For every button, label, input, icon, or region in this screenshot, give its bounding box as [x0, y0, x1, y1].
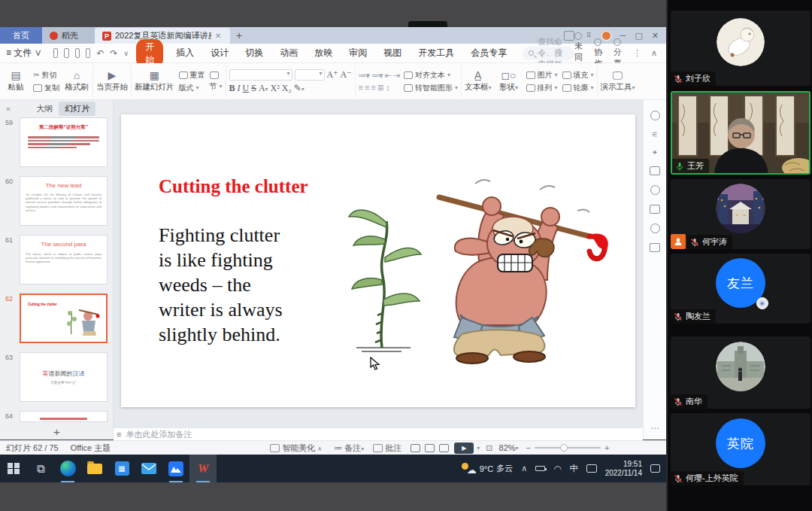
tab-docer[interactable]: 稻壳	[42, 27, 95, 44]
meeting-app-button[interactable]	[162, 455, 189, 482]
smartart-button[interactable]: 转智能图形▾	[404, 83, 458, 93]
store-button[interactable]: ▦	[108, 455, 135, 482]
file-explorer-button[interactable]	[81, 455, 108, 482]
zoom-level[interactable]: 82%	[499, 443, 516, 452]
beautify-side-icon[interactable]	[650, 111, 660, 120]
reading-view-icon[interactable]	[439, 444, 449, 452]
print-preview-icon[interactable]	[86, 48, 90, 58]
participant-tile-heyutao[interactable]: 何宇涛	[671, 179, 810, 249]
zoom-slider-knob[interactable]	[560, 444, 568, 452]
picture-button[interactable]: 图片▾	[526, 70, 558, 81]
theme-name[interactable]: Office 主题	[71, 443, 111, 454]
participant-tile-liuzixin[interactable]: 刘子欣	[671, 11, 810, 86]
fit-slide-icon[interactable]: ⊡	[486, 443, 492, 453]
clock[interactable]: 19:51 2022/11/14	[605, 460, 642, 478]
reset-button[interactable]: 重置	[179, 70, 205, 81]
textbox-button[interactable]: A̲ 文本框▾	[465, 70, 492, 93]
slide-64-thumbnail[interactable]	[20, 411, 108, 422]
more-menu-icon[interactable]: ⋮	[633, 48, 641, 58]
font-color-button[interactable]: A▾	[259, 83, 268, 94]
bullets-button[interactable]: ≔▾	[359, 71, 370, 81]
help-side-icon[interactable]	[650, 185, 660, 195]
task-view-button[interactable]: ⧉	[27, 455, 54, 482]
align-text-button[interactable]: 对齐文本▾	[404, 70, 458, 81]
fill-button[interactable]: 填充▾	[562, 70, 594, 81]
slide-body-text[interactable]: Fighting clutter is like fighting weeds …	[159, 223, 283, 347]
slide-title-text[interactable]: Cutting the clutter	[159, 176, 308, 197]
slide-59-thumbnail[interactable]: 第二段解释“证照分离”	[20, 117, 108, 167]
properties-side-icon[interactable]: ⚟	[652, 130, 659, 138]
zoom-slider[interactable]	[535, 447, 601, 449]
normal-view-icon[interactable]	[411, 444, 420, 452]
more-quick-icon[interactable]: ∨	[124, 50, 129, 57]
format-painter-button[interactable]: ⌂ 格式刷	[64, 70, 89, 93]
italic-button[interactable]: I	[238, 83, 241, 94]
arrange-button[interactable]: 排列▾	[526, 83, 558, 93]
indent-inc-button[interactable]: ⇥	[393, 71, 399, 81]
close-tab-icon[interactable]: ✕	[215, 32, 221, 40]
participant-tile-taoyoulan[interactable]: 友兰 ✳ 陶友兰	[671, 254, 810, 324]
notes-toggle-button[interactable]: ≔ 备注▾	[334, 443, 364, 454]
outline-button[interactable]: 轮廓▾	[562, 83, 594, 93]
window-side-icon[interactable]	[650, 166, 660, 175]
tab-slides[interactable]: 幻灯片	[59, 102, 95, 116]
justify-icon[interactable]: ≣	[377, 83, 383, 93]
tab-document[interactable]: P 2022复旦英语新闻编译讲座.pptx ✕	[95, 28, 230, 44]
slide-63-thumbnail[interactable]: 英语新闻的汉译 尽量使用“纯中文”	[20, 352, 108, 402]
paste-button[interactable]: ▤ 粘贴	[3, 70, 29, 93]
menu-view[interactable]: 视图	[375, 47, 410, 59]
current-slide[interactable]: Cutting the clutter Fighting clutter is …	[121, 114, 635, 407]
menu-slideshow[interactable]: 放映	[306, 47, 341, 59]
card-side-icon[interactable]	[650, 205, 660, 214]
collapse-panel-button[interactable]: «	[0, 104, 17, 113]
menu-member[interactable]: 会员专享	[462, 47, 515, 59]
align-left-icon[interactable]: ≡	[359, 83, 362, 92]
font-larger-button[interactable]: A⁺	[327, 69, 338, 81]
indent-dec-button[interactable]: ⇤	[385, 71, 391, 81]
participant-tile-nanhua[interactable]: 南华	[671, 336, 810, 409]
start-button[interactable]	[0, 455, 27, 482]
edge-taskbar-button[interactable]	[54, 455, 81, 482]
undo-icon[interactable]: ↶	[96, 48, 104, 59]
cut-button[interactable]: ✂剪切	[33, 70, 59, 81]
print-icon[interactable]	[75, 48, 80, 58]
sorter-view-icon[interactable]	[425, 444, 435, 452]
zoom-in-button[interactable]: +	[604, 443, 609, 452]
superscript-button[interactable]: X²	[271, 83, 280, 94]
reading-side-icon[interactable]	[650, 243, 660, 252]
battery-icon[interactable]	[535, 466, 545, 471]
menu-devtools[interactable]: 开发工具	[410, 47, 462, 59]
menu-transition[interactable]: 切换	[237, 47, 271, 59]
zoom-out-button[interactable]: −	[526, 443, 531, 452]
weather-widget[interactable]: ☁ 9°C 多云	[462, 463, 513, 475]
add-slide-button[interactable]: +	[0, 425, 114, 438]
slide-62-thumbnail[interactable]: Cutting the clutter	[20, 294, 108, 343]
collapse-ribbon-icon[interactable]: ∧	[651, 48, 657, 58]
layout-button[interactable]: 版式▾	[179, 83, 205, 93]
participant-tile-wangfang[interactable]: 王芳	[671, 91, 810, 175]
redo-icon[interactable]: ↷	[111, 48, 118, 59]
section-button[interactable]: 节▾	[210, 81, 223, 92]
slide-61-thumbnail[interactable]: The second para The notice, which is sub…	[20, 235, 108, 284]
network-icon[interactable]: ◠	[553, 464, 561, 474]
tab-outline[interactable]: 大纲	[30, 102, 59, 116]
slide-60-thumbnail[interactable]: The new lead On October 10, the Ministry…	[20, 176, 108, 226]
strikethrough-button[interactable]: S	[251, 83, 256, 94]
new-slide-button[interactable]: ▦ 新建幻灯片	[135, 70, 174, 93]
font-smaller-button[interactable]: A⁻	[341, 69, 352, 81]
tray-expand-icon[interactable]: ∧	[521, 464, 527, 473]
save-icon[interactable]	[53, 48, 58, 58]
align-right-icon[interactable]: ≡	[371, 83, 374, 92]
font-name-select[interactable]	[229, 69, 292, 81]
menu-insert[interactable]: 插入	[168, 47, 202, 59]
effects-side-icon[interactable]: ✦	[652, 148, 658, 157]
font-size-select[interactable]	[295, 69, 325, 81]
wps-taskbar-button[interactable]: W	[189, 455, 217, 482]
participant-tile-heying[interactable]: 英院 何璎-上外英院	[671, 413, 810, 485]
copy-button[interactable]: 复制	[33, 83, 59, 93]
highlight-button[interactable]: ✎▾	[294, 83, 304, 94]
file-menu[interactable]: ≡ 文件 ∨	[0, 47, 50, 59]
ime-indicator[interactable]: 中	[570, 463, 578, 474]
mail-button[interactable]	[135, 455, 162, 482]
slideshow-play-button[interactable]: ▶	[454, 443, 474, 454]
